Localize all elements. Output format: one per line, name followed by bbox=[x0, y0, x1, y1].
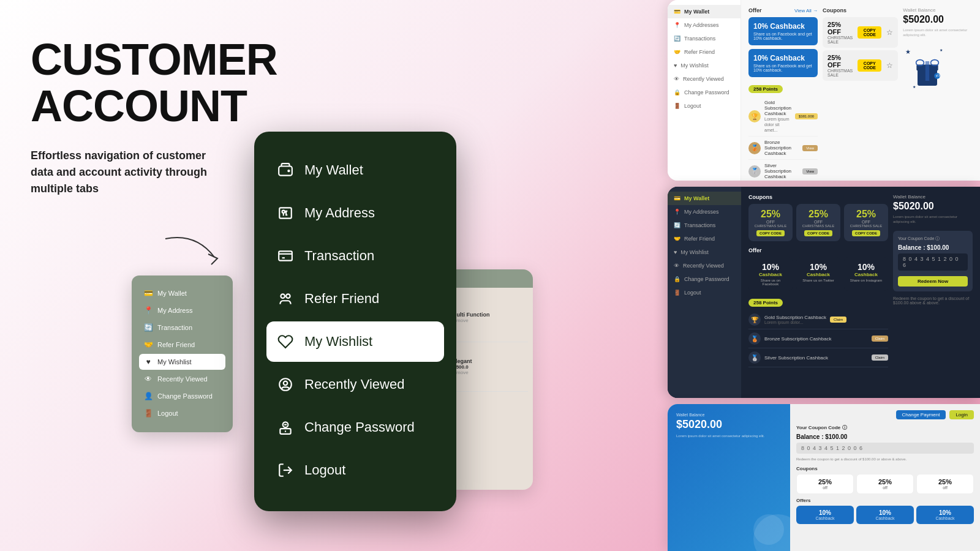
login-tab[interactable]: Login bbox=[949, 410, 974, 419]
dark-sidebar-logout[interactable]: 🚪 Logout bbox=[668, 286, 741, 299]
dark-silver-btn[interactable]: Claim bbox=[872, 354, 888, 361]
panel-recently-icon: 👁 bbox=[674, 76, 679, 82]
dark-coupon-3: 25% OFF CHRISTMAS SALE COPY CODE bbox=[844, 204, 888, 241]
dark-points-badge: 258 Points bbox=[748, 299, 783, 307]
wishlist-icon: ♥ bbox=[144, 358, 153, 366]
dark-offer-1: 10% Cashback Share us on Facebook bbox=[748, 257, 793, 291]
redeem-button[interactable]: Redeem Now bbox=[898, 276, 968, 287]
view-all-link[interactable]: View All → bbox=[794, 8, 818, 13]
offer-card-2: 10% Cashback Share us on Facebook and ge… bbox=[748, 49, 818, 77]
sidebar-item-transaction[interactable]: 🔄 Transaction bbox=[139, 320, 225, 335]
menu-address-icon bbox=[276, 204, 295, 222]
dark-sidebar-wallet[interactable]: 💳 My Wallet bbox=[668, 192, 741, 205]
panel-light-content: Offer View All → 10% Cashback Share us o… bbox=[741, 0, 980, 181]
wallet-balance-section: Wallet Balance $5020.00 Lorem ipsum dolo… bbox=[903, 7, 973, 173]
sidebar-item-refer[interactable]: 🤝 Refer Friend bbox=[139, 337, 225, 353]
sidebar-mockup: 💳 My Wallet 📍 My Address 🔄 Transaction 🤝… bbox=[132, 276, 233, 432]
menu-item-refer[interactable]: Refer Friend bbox=[266, 279, 444, 319]
gold-sub-item: 🏆 Gold Subscription Cashback Lorem ipsum… bbox=[748, 97, 818, 137]
dark-wallet-icon: 💳 bbox=[674, 195, 680, 201]
menu-item-recently[interactable]: Recently Viewed bbox=[266, 364, 444, 405]
dark-recently-icon: 👁 bbox=[674, 263, 679, 269]
coupon-1-star[interactable]: ☆ bbox=[886, 28, 893, 37]
coupon-code-box: Your Coupon Code ⓘ Balance : $100.00 8 0… bbox=[893, 231, 973, 291]
points-badge: 258 Points bbox=[748, 85, 783, 93]
main-title: CUSTOMER ACCOUNT bbox=[31, 37, 263, 129]
dark-sidebar-transactions[interactable]: 🔄 Transactions bbox=[668, 219, 741, 232]
svg-text:★: ★ bbox=[940, 48, 943, 52]
coupon-1-button[interactable]: COPY CODE bbox=[858, 26, 881, 39]
panel-sidebar-transactions[interactable]: 🔄 Transactions bbox=[668, 32, 741, 45]
panel-address-icon: 📍 bbox=[674, 22, 680, 28]
svg-rect-20 bbox=[925, 61, 929, 81]
dark-coupon-1-btn[interactable]: COPY CODE bbox=[756, 230, 785, 236]
transaction-icon: 🔄 bbox=[144, 323, 153, 332]
dark-sidebar-password[interactable]: 🔒 Change Password bbox=[668, 272, 741, 286]
dark-sidebar-refer[interactable]: 🤝 Refer Friend bbox=[668, 232, 741, 246]
dark-password-icon: 🔒 bbox=[674, 276, 680, 282]
menu-item-address[interactable]: My Address bbox=[266, 193, 444, 233]
dark-bronze-btn[interactable]: Claim bbox=[872, 335, 888, 342]
change-payment-tab[interactable]: Change Payment bbox=[896, 410, 946, 419]
bronze-sub-item: 🥉 Bronze Subscription Cashback View bbox=[748, 137, 818, 160]
gold-sub-icon: 🏆 bbox=[748, 110, 761, 122]
coupon-2-button[interactable]: COPY CODE bbox=[858, 59, 881, 72]
menu-wallet-icon bbox=[276, 161, 295, 179]
bronze-sub-button[interactable]: View bbox=[802, 145, 818, 151]
coupon-2-star[interactable]: ☆ bbox=[886, 61, 893, 70]
arrow-decoration bbox=[159, 233, 233, 269]
panel-sidebar-logout[interactable]: 🚪 Logout bbox=[668, 99, 741, 113]
silver-sub-icon: 🥈 bbox=[748, 165, 761, 178]
offer-card-1: 10% Cashback Share us on Facebook and ge… bbox=[748, 17, 818, 45]
wallet-amount: $5020.00 bbox=[903, 14, 973, 25]
silver-sub-button[interactable]: View bbox=[802, 168, 818, 174]
sidebar-item-recently[interactable]: 👁 Recently Viewed bbox=[139, 371, 225, 387]
svg-point-7 bbox=[284, 381, 288, 386]
dark-gold-btn[interactable]: Claim bbox=[830, 317, 846, 323]
panel-sidebar-recently[interactable]: 👁 Recently Viewed bbox=[668, 72, 741, 86]
sidebar-item-logout[interactable]: 🚪 Logout bbox=[139, 405, 225, 421]
dark-sidebar-addresses[interactable]: 📍 My Addresses bbox=[668, 205, 741, 219]
panel-sidebar-addresses[interactable]: 📍 My Addresses bbox=[668, 18, 741, 32]
dark-sidebar-recently[interactable]: 👁 Recently Viewed bbox=[668, 259, 741, 272]
menu-item-wishlist[interactable]: My Wishlist bbox=[266, 321, 444, 362]
menu-item-wallet[interactable]: My Wallet bbox=[266, 150, 444, 190]
dark-sidebar-wishlist[interactable]: ♥ My Wishlist bbox=[668, 246, 741, 259]
panel-sidebar-wallet[interactable]: 💳 My Wallet bbox=[668, 5, 741, 18]
bottom-offer-1: 10% Cashback bbox=[796, 506, 854, 524]
right-panels: 💳 My Wallet 📍 My Addresses 🔄 Transaction… bbox=[551, 0, 980, 551]
refer-icon: 🤝 bbox=[144, 340, 153, 349]
panel-wallet-icon: 💳 bbox=[674, 9, 680, 15]
menu-item-transaction[interactable]: Transaction bbox=[266, 236, 444, 276]
coupon-card-1: 25% OFF CHRISTMAS SALE COPY CODE ☆ bbox=[823, 17, 898, 48]
logout-icon: 🚪 bbox=[144, 409, 153, 418]
recently-icon: 👁 bbox=[144, 375, 153, 383]
main-menu-card: My Wallet My Address Transaction bbox=[254, 132, 456, 511]
bottom-coupon-code: 8 0 4 3 4 5 1 2 0 0 6 bbox=[796, 443, 974, 454]
coupons-section: Coupons 25% OFF CHRISTMAS SALE COPY CODE… bbox=[823, 7, 898, 173]
panel-dark: 💳 My Wallet 📍 My Addresses 🔄 Transaction… bbox=[668, 187, 980, 398]
dark-logout-icon: 🚪 bbox=[674, 290, 680, 296]
dark-coupon-2-btn[interactable]: COPY CODE bbox=[804, 230, 832, 236]
menu-transaction-icon bbox=[276, 247, 295, 265]
svg-text:★: ★ bbox=[905, 48, 911, 55]
dark-address-icon: 📍 bbox=[674, 209, 680, 215]
menu-item-logout[interactable]: Logout bbox=[266, 450, 444, 490]
menu-refer-icon bbox=[276, 290, 295, 308]
panel-sidebar-wishlist[interactable]: ♥ My Wishlist bbox=[668, 59, 741, 72]
panel-sidebar-refer[interactable]: 🤝 Refer Friend bbox=[668, 45, 741, 59]
panel-refer-icon: 🤝 bbox=[674, 49, 680, 55]
svg-rect-3 bbox=[279, 251, 292, 260]
dark-coupon-3-btn[interactable]: COPY CODE bbox=[852, 230, 880, 236]
sidebar-item-password[interactable]: 👤 Change Password bbox=[139, 388, 225, 404]
panel-password-icon: 🔒 bbox=[674, 89, 680, 96]
sidebar-item-wallet[interactable]: 💳 My Wallet bbox=[139, 285, 225, 301]
sidebar-item-address[interactable]: 📍 My Address bbox=[139, 302, 225, 318]
gold-sub-button[interactable]: $381.000 bbox=[795, 113, 818, 119]
menu-item-password[interactable]: Change Password bbox=[266, 407, 444, 448]
bottom-coupons-section: Change Payment Login Your Coupon Code ⓘ … bbox=[790, 404, 980, 551]
wallet-icon: 💳 bbox=[144, 289, 153, 298]
panel-sidebar-password[interactable]: 🔒 Change Password bbox=[668, 86, 741, 99]
dark-wallet-right: Wallet Balance $5020.00 Lorem ipsum dolo… bbox=[893, 194, 973, 391]
sidebar-item-wishlist[interactable]: ♥ My Wishlist bbox=[139, 354, 225, 370]
